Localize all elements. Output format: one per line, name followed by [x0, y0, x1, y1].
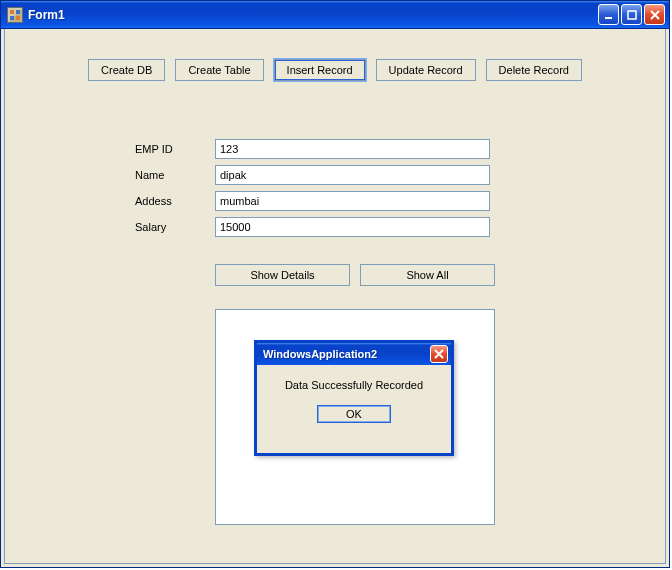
salary-row: Salary [135, 217, 490, 237]
create-db-button[interactable]: Create DB [88, 59, 165, 81]
maximize-button[interactable] [621, 4, 642, 25]
message-titlebar: WindowsApplication2 [257, 343, 451, 365]
show-all-button[interactable]: Show All [360, 264, 495, 286]
minimize-icon [604, 10, 614, 20]
svg-rect-0 [605, 17, 612, 19]
address-label: Addess [135, 195, 215, 207]
message-text: Data Successfully Recorded [265, 379, 443, 391]
close-icon [434, 349, 444, 359]
client-area: Create DB Create Table Insert Record Upd… [4, 29, 666, 564]
create-table-button[interactable]: Create Table [175, 59, 263, 81]
emp-id-row: EMP ID [135, 139, 490, 159]
emp-id-label: EMP ID [135, 143, 215, 155]
message-body: Data Successfully Recorded OK [257, 365, 451, 431]
name-input[interactable] [215, 165, 490, 185]
message-title: WindowsApplication2 [263, 348, 377, 360]
message-box: WindowsApplication2 Data Successfully Re… [254, 340, 454, 456]
main-window: Form1 Create DB Create Table Insert Reco… [0, 0, 670, 568]
maximize-icon [627, 10, 637, 20]
titlebar: Form1 [1, 1, 669, 29]
emp-id-input[interactable] [215, 139, 490, 159]
delete-record-button[interactable]: Delete Record [486, 59, 582, 81]
update-record-button[interactable]: Update Record [376, 59, 476, 81]
minimize-button[interactable] [598, 4, 619, 25]
close-button[interactable] [644, 4, 665, 25]
insert-record-button[interactable]: Insert Record [274, 59, 366, 81]
action-row: Show Details Show All [215, 264, 495, 286]
salary-input[interactable] [215, 217, 490, 237]
address-input[interactable] [215, 191, 490, 211]
close-icon [650, 10, 660, 20]
app-icon [7, 7, 23, 23]
svg-rect-1 [628, 11, 636, 19]
message-close-button[interactable] [430, 345, 448, 363]
name-row: Name [135, 165, 490, 185]
window-controls [598, 4, 665, 25]
show-details-button[interactable]: Show Details [215, 264, 350, 286]
window-title: Form1 [28, 8, 598, 22]
address-row: Addess [135, 191, 490, 211]
salary-label: Salary [135, 221, 215, 233]
form-area: EMP ID Name Addess Salary [135, 139, 490, 243]
name-label: Name [135, 169, 215, 181]
message-ok-button[interactable]: OK [317, 405, 391, 423]
results-panel: WindowsApplication2 Data Successfully Re… [215, 309, 495, 525]
toolbar: Create DB Create Table Insert Record Upd… [5, 59, 665, 81]
